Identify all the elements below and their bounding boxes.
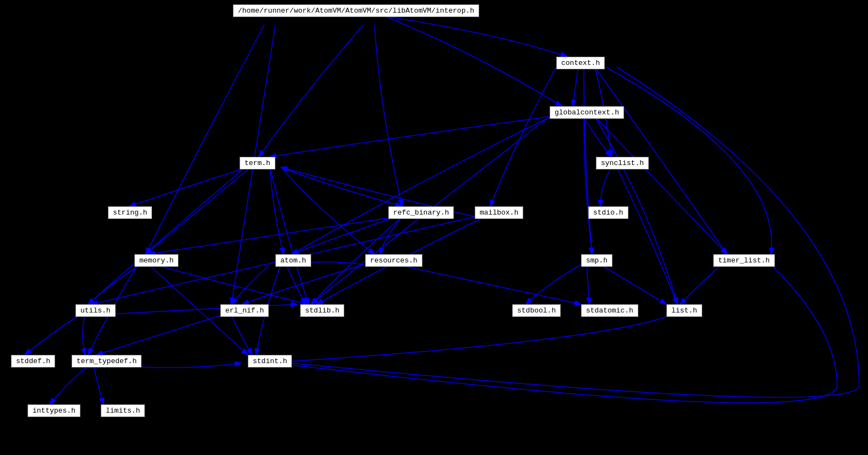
node-globalcontext-h: globalcontext.h bbox=[550, 106, 624, 119]
node-timer-list-h: timer_list.h bbox=[713, 254, 775, 267]
node-stdint-h: stdint.h bbox=[248, 355, 292, 368]
node-limits-h: limits.h bbox=[101, 404, 145, 417]
node-utils-h: utils.h bbox=[75, 304, 116, 317]
node-stdlib-h: stdlib.h bbox=[300, 304, 344, 317]
node-smp-h: smp.h bbox=[581, 254, 612, 267]
node-stdatomic-h: stdatomic.h bbox=[581, 304, 638, 317]
node-inttypes-h: inttypes.h bbox=[28, 404, 80, 417]
node-term-typedef-h: term_typedef.h bbox=[72, 355, 142, 368]
node-term-h: term.h bbox=[240, 157, 275, 169]
node-stddef-h: stddef.h bbox=[11, 355, 55, 368]
node-resources-h: resources.h bbox=[365, 254, 422, 267]
node-list-h: list.h bbox=[666, 304, 702, 317]
node-erl-nif-h: erl_nif.h bbox=[220, 304, 269, 317]
node-context-h: context.h bbox=[556, 57, 605, 69]
node-mailbox-h: mailbox.h bbox=[475, 206, 523, 219]
node-string-h: string.h bbox=[108, 206, 152, 219]
node-memory-h: memory.h bbox=[134, 254, 178, 267]
node-refc-binary-h: refc_binary.h bbox=[388, 206, 454, 219]
node-synclist-h: synclist.h bbox=[596, 157, 649, 169]
node-atom-h: atom.h bbox=[275, 254, 311, 267]
node-interop-h: /home/runner/work/AtomVM/AtomVM/src/libA… bbox=[233, 4, 479, 17]
node-stdio-h: stdio.h bbox=[588, 206, 628, 219]
node-stdbool-h: stdbool.h bbox=[512, 304, 561, 317]
